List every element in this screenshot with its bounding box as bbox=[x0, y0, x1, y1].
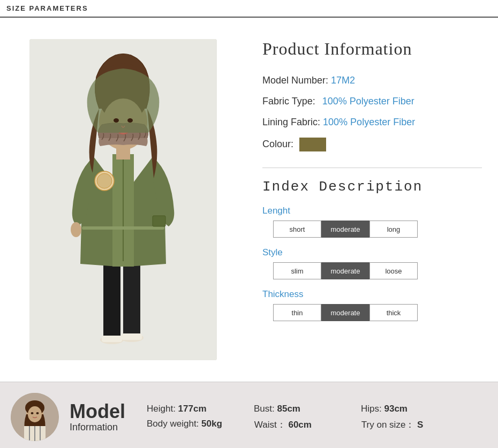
thickness-btn-thin[interactable]: thin bbox=[273, 304, 321, 321]
thickness-buttons: thin moderate thick bbox=[273, 304, 482, 321]
hips-stat: Hips: 93cm bbox=[361, 404, 436, 414]
svg-point-12 bbox=[97, 173, 112, 188]
style-btn-loose[interactable]: loose bbox=[369, 262, 418, 279]
model-image-area bbox=[0, 28, 246, 371]
svg-point-18 bbox=[114, 118, 119, 123]
style-row: Style slim moderate loose bbox=[262, 247, 482, 279]
svg-rect-13 bbox=[153, 216, 165, 226]
length-label: Lenght bbox=[262, 206, 482, 216]
header: SIZE PARAMETERS bbox=[0, 0, 498, 18]
svg-point-19 bbox=[127, 118, 133, 123]
model-image bbox=[29, 39, 217, 360]
try-size-stat: Try on size： S bbox=[361, 419, 436, 431]
index-description-title: Index Description bbox=[262, 179, 482, 195]
model-heading: Model bbox=[70, 401, 125, 422]
svg-point-28 bbox=[31, 412, 34, 414]
section-divider bbox=[262, 168, 482, 168]
stats-row-1: Height: 177cm Bust: 85cm Hips: 93cm bbox=[147, 404, 436, 414]
svg-rect-6 bbox=[122, 333, 142, 340]
svg-point-10 bbox=[71, 222, 81, 237]
length-btn-long[interactable]: long bbox=[369, 221, 418, 238]
product-info-panel: Product Information Model Number: 17M2 F… bbox=[246, 28, 498, 371]
length-row: Lenght short moderate long bbox=[262, 206, 482, 238]
svg-rect-9 bbox=[82, 226, 164, 230]
main-content: Product Information Model Number: 17M2 F… bbox=[0, 18, 498, 382]
style-btn-moderate[interactable]: moderate bbox=[321, 262, 369, 279]
stats-row-2: Body weight: 50kg Waist： 60cm Try on siz… bbox=[147, 419, 436, 431]
svg-point-27 bbox=[28, 406, 42, 422]
thickness-row: Thickness thin moderate thick bbox=[262, 289, 482, 321]
model-info-text: Model Information bbox=[70, 401, 125, 434]
thickness-label: Thickness bbox=[262, 289, 482, 300]
model-number-value: 17M2 bbox=[331, 75, 355, 86]
weight-label: Body weight: bbox=[147, 419, 199, 429]
height-stat: Height: 177cm bbox=[147, 404, 222, 414]
lining-fabric-row: Lining Fabric: 100% Polyester Fiber bbox=[262, 117, 482, 128]
svg-point-29 bbox=[36, 412, 39, 414]
style-btn-slim[interactable]: slim bbox=[273, 262, 321, 279]
model-avatar bbox=[11, 393, 59, 441]
model-stats: Height: 177cm Bust: 85cm Hips: 93cm Body… bbox=[147, 404, 436, 431]
thickness-btn-thick[interactable]: thick bbox=[369, 304, 418, 321]
colour-row: Colour: bbox=[262, 138, 482, 151]
colour-swatch bbox=[299, 138, 326, 151]
height-value: 177cm bbox=[178, 404, 207, 414]
product-info-title: Product Information bbox=[262, 39, 482, 59]
bust-stat: Bust: 85cm bbox=[254, 404, 329, 414]
waist-label: Waist： bbox=[254, 420, 286, 430]
thickness-btn-moderate[interactable]: moderate bbox=[321, 304, 369, 321]
style-buttons: slim moderate loose bbox=[273, 262, 482, 279]
fabric-value: 100% Polyester Fiber bbox=[322, 96, 414, 107]
waist-value: 60cm bbox=[288, 420, 311, 430]
lining-label: Lining Fabric: bbox=[262, 117, 320, 127]
svg-rect-5 bbox=[102, 336, 122, 342]
model-number-row: Model Number: 17M2 bbox=[262, 75, 482, 86]
hips-label: Hips: bbox=[361, 404, 382, 414]
style-label: Style bbox=[262, 247, 482, 258]
length-btn-moderate[interactable]: moderate bbox=[321, 221, 369, 238]
weight-value: 50kg bbox=[201, 419, 222, 429]
length-btn-short[interactable]: short bbox=[273, 221, 321, 238]
fabric-label: Fabric Type: bbox=[262, 96, 315, 107]
model-info-bar: Model Information Height: 177cm Bust: 85… bbox=[0, 382, 498, 448]
weight-stat: Body weight: 50kg bbox=[147, 419, 222, 431]
model-number-label: Model Number: bbox=[262, 75, 328, 86]
bust-value: 85cm bbox=[277, 404, 300, 414]
try-value: S bbox=[417, 420, 423, 430]
hips-value: 93cm bbox=[384, 404, 407, 414]
fabric-type-row: Fabric Type: 100% Polyester Fiber bbox=[262, 96, 482, 107]
height-label: Height: bbox=[147, 404, 176, 414]
page-title: SIZE PARAMETERS bbox=[6, 4, 88, 12]
lining-value: 100% Polyester Fiber bbox=[323, 117, 415, 127]
try-label: Try on size： bbox=[361, 420, 415, 430]
waist-stat: Waist： 60cm bbox=[254, 419, 329, 431]
length-buttons: short moderate long bbox=[273, 221, 482, 238]
model-sub: Information bbox=[70, 422, 125, 433]
colour-label: Colour: bbox=[262, 139, 293, 149]
bust-label: Bust: bbox=[254, 404, 275, 414]
